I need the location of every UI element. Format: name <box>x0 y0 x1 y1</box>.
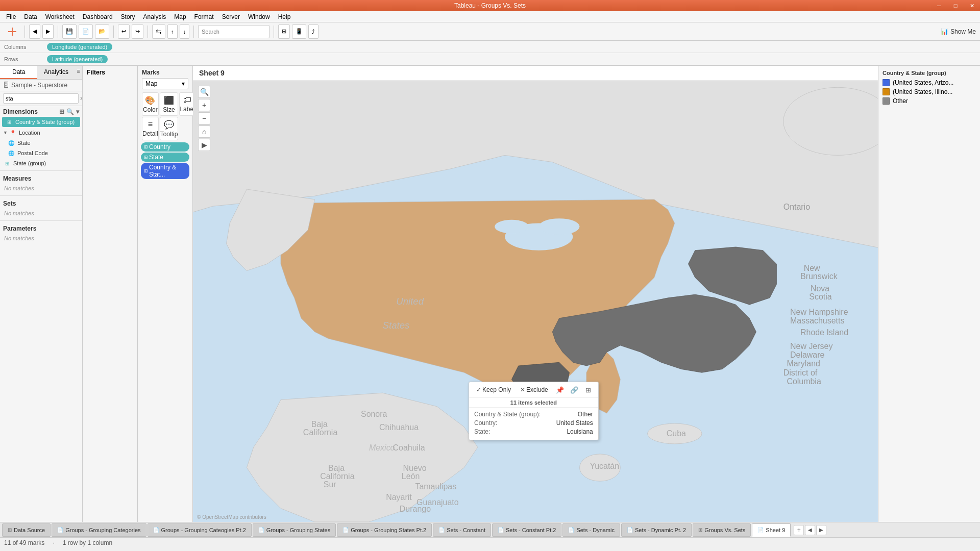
color-button[interactable]: 🎨 Color <box>142 92 159 116</box>
globe-icon: 🌐 <box>7 139 15 147</box>
show-me-button[interactable]: 📊 Show Me <box>941 28 976 35</box>
tab-data-source[interactable]: ⊞ Data Source <box>2 523 51 537</box>
dim-state-group[interactable]: ⊞ State (group) <box>0 158 82 168</box>
menu-analysis[interactable]: Analysis <box>139 12 170 21</box>
sort-icon[interactable]: ⊞ <box>59 108 64 115</box>
data-source-item[interactable]: 🗄 Sample - Superstore <box>0 80 82 91</box>
expand-arrow[interactable]: ▼ <box>3 130 8 135</box>
tab-sets-constant[interactable]: 📄 Sets - Constant <box>433 523 491 537</box>
device-button[interactable]: 📱 <box>292 24 306 39</box>
maximize-button[interactable]: □ <box>947 0 964 11</box>
share-button[interactable]: ⤴ <box>308 24 318 39</box>
svg-text:New Jersey: New Jersey <box>790 342 832 350</box>
marks-pill-country-state[interactable]: ⊞ Country & Stat... <box>141 163 189 179</box>
forward-button[interactable]: ▶ <box>42 24 54 39</box>
exclude-button[interactable]: ✕ Exclude <box>517 385 551 394</box>
back-button[interactable]: ◀ <box>29 24 40 39</box>
dim-postal-code[interactable]: 🌐 Postal Code <box>0 148 82 158</box>
sort-asc-button[interactable]: ↑ <box>167 24 178 39</box>
menu-server[interactable]: Server <box>218 12 244 21</box>
menu-data[interactable]: Data <box>20 12 41 21</box>
tab-groups-grouping-states[interactable]: 📄 Groups - Grouping States <box>253 523 336 537</box>
left-panel: Data Analytics ≡ 🗄 Sample - Superstore ✕… <box>0 66 83 522</box>
svg-text:Nuevo: Nuevo <box>403 464 427 472</box>
menu-dashboard[interactable]: Dashboard <box>79 12 117 21</box>
tab-groups-grouping-cateogies-pt2[interactable]: 📄 Groups - Grouping Cateogies Pt.2 <box>148 523 252 537</box>
scroll-tabs-right[interactable]: ▶ <box>816 525 826 535</box>
tab-groups-grouping-states-pt2[interactable]: 📄 Groups - Grouping States Pt.2 <box>337 523 432 537</box>
tab-analytics[interactable]: Analytics <box>37 66 75 79</box>
tooltip-button[interactable]: 💬 Tooltip <box>160 117 179 140</box>
legend-item-1[interactable]: (United States, Arizo... <box>883 79 976 86</box>
tab-sets-dynamic-pt2[interactable]: 📄 Sets - Dynamic Pt. 2 <box>621 523 692 537</box>
svg-text:States: States <box>383 320 410 331</box>
tableau-logo <box>4 24 20 39</box>
data-source-icon: 🗄 <box>3 82 9 89</box>
search-location-button[interactable]: 🔍 <box>198 86 210 98</box>
marks-pill-country[interactable]: ⊞ Country <box>141 142 189 152</box>
svg-text:Ontario: Ontario <box>783 203 810 211</box>
redo-button[interactable]: ↪ <box>132 24 143 39</box>
map-container[interactable]: United States Ontario New Brunswick Nova… <box>193 81 878 522</box>
save-button[interactable]: 💾 <box>62 24 77 39</box>
menu-map[interactable]: Map <box>170 12 190 21</box>
legend-item-3[interactable]: Other <box>883 97 976 105</box>
tooltip-val-2: United States <box>556 419 593 427</box>
menu-window[interactable]: Window <box>244 12 274 21</box>
tab-groups-grouping-categories[interactable]: 📄 Groups - Grouping Categories <box>52 523 146 537</box>
detail-button[interactable]: ≡ Detail <box>142 117 159 140</box>
svg-text:Sonora: Sonora <box>361 410 387 418</box>
dim-location[interactable]: ▼ 📍 Location <box>0 128 82 138</box>
open-button[interactable]: 📂 <box>95 24 109 39</box>
menu-file[interactable]: File <box>2 12 20 21</box>
keep-only-button[interactable]: ✓ Keep Only <box>473 385 514 394</box>
menu-help[interactable]: Help <box>274 12 295 21</box>
tab-groups-vs-sets[interactable]: ⊞ Groups Vs. Sets <box>693 523 751 537</box>
marks-pill-state[interactable]: ⊞ State <box>141 153 189 162</box>
dim-state[interactable]: 🌐 State <box>0 138 82 148</box>
legend-item-2[interactable]: (United States, Illino... <box>883 88 976 95</box>
search-icon[interactable]: 🔍 <box>66 108 74 115</box>
link-button[interactable]: 🔗 <box>569 384 580 395</box>
pin-button[interactable]: 📌 <box>554 384 566 395</box>
canvas-area: Sheet 9 <box>193 66 878 522</box>
panel-options[interactable]: ≡ <box>75 66 82 79</box>
size-button[interactable]: ⬛ Size <box>160 92 179 116</box>
close-button[interactable]: ✕ <box>964 0 980 11</box>
map-tooltip: ✓ Keep Only ✕ Exclude 📌 🔗 ⊞ 11 items sel… <box>469 382 599 440</box>
swap-button[interactable]: ⇆ <box>152 24 165 39</box>
tab-sets-dynamic[interactable]: 📄 Sets - Dynamic <box>562 523 620 537</box>
status-bar: 11 of 49 marks · 1 row by 1 column <box>0 537 980 547</box>
sort-desc-button[interactable]: ↓ <box>180 24 190 39</box>
columns-pill[interactable]: Longitude (generated) <box>47 43 112 51</box>
menu-format[interactable]: Format <box>190 12 218 21</box>
menu-worksheet[interactable]: Worksheet <box>41 12 79 21</box>
tab-data[interactable]: Data <box>0 66 37 79</box>
tab-sets-constant-pt2[interactable]: 📄 Sets - Constant Pt.2 <box>492 523 561 537</box>
search-input[interactable] <box>198 25 270 38</box>
svg-text:Baja: Baja <box>311 420 328 429</box>
field-search-input[interactable] <box>3 93 79 104</box>
marks-type-selector[interactable]: Map ▾ <box>142 78 188 89</box>
parameters-no-matches: No matches <box>0 233 82 243</box>
tooltip-key-1: Country & State (group): <box>474 411 541 418</box>
zoom-out-button[interactable]: − <box>198 112 210 124</box>
more-icon[interactable]: ▾ <box>76 108 79 115</box>
tab-sheet-9[interactable]: 📄 Sheet 9 <box>752 523 791 537</box>
add-sheet-button[interactable]: + <box>794 525 804 535</box>
detail-label: Detail <box>142 130 158 137</box>
minimize-button[interactable]: ─ <box>931 0 947 11</box>
scroll-tabs-left[interactable]: ◀ <box>805 525 815 535</box>
rows-pill[interactable]: Latitude (generated) <box>47 55 108 63</box>
pan-button[interactable]: ▶ <box>198 139 210 151</box>
menu-story[interactable]: Story <box>117 12 139 21</box>
grid-button[interactable]: ⊞ <box>583 384 594 395</box>
home-button[interactable]: ⌂ <box>198 126 210 138</box>
undo-button[interactable]: ↩ <box>118 24 130 39</box>
new-button[interactable]: 📄 <box>79 24 93 39</box>
tab-icon-6: 📄 <box>498 527 504 533</box>
presentation-button[interactable]: ⊞ <box>278 24 290 39</box>
marks-pills: ⊞ Country ⊞ State ⊞ Country & Stat... <box>138 140 192 181</box>
zoom-in-button[interactable]: + <box>198 99 210 111</box>
dim-country-state-group[interactable]: ⊞ Country & State (group) <box>2 117 80 127</box>
